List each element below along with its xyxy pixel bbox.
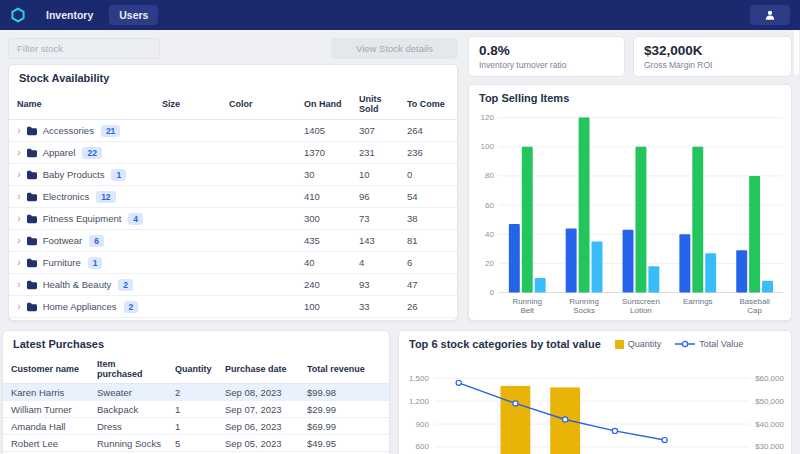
user-menu-button[interactable]	[750, 5, 790, 25]
purchase-date-cell: Sep 05, 2023	[219, 435, 301, 452]
bar-blue[interactable]	[623, 230, 634, 293]
expand-chevron-icon[interactable]: ›	[17, 169, 21, 180]
expand-chevron-icon[interactable]: ›	[17, 125, 21, 136]
bar-light-blue[interactable]	[762, 281, 773, 293]
folder-icon	[26, 148, 38, 158]
folder-icon	[26, 258, 38, 268]
name-cell: ›Apparel22	[9, 142, 156, 164]
bar-green[interactable]	[692, 147, 703, 293]
on-hand-cell: 40	[298, 252, 353, 274]
brand-logo-icon[interactable]	[10, 7, 26, 23]
top-selling-items-title: Top Selling Items	[469, 85, 791, 109]
stock-row-fitness-equipment[interactable]: ›Fitness Equipment43007338	[9, 208, 457, 230]
purchase-row[interactable]: Amanda HallDress1Sep 06, 2023$69.99	[3, 418, 389, 435]
x-category-label: Cap	[747, 306, 762, 315]
bar-light-blue[interactable]	[535, 278, 546, 293]
bar-green[interactable]	[749, 176, 760, 293]
to-come-cell: 264	[401, 120, 457, 142]
stock-row-accessories[interactable]: ›Accessories211405307264	[9, 120, 457, 142]
bar-light-blue[interactable]	[648, 266, 659, 292]
legend-label: Total Value	[699, 339, 743, 349]
quantity-swatch-icon	[615, 340, 624, 349]
user-icon	[764, 9, 776, 21]
on-hand-cell: 30	[298, 164, 353, 186]
filter-stock-input[interactable]	[8, 38, 160, 59]
nav-item-users[interactable]: Users	[109, 5, 158, 25]
view-stock-details-button[interactable]: View Stock details	[331, 38, 458, 59]
expand-chevron-icon[interactable]: ›	[17, 235, 21, 246]
on-hand-cell: 435	[298, 230, 353, 252]
kpi-value: $32,000K	[644, 43, 781, 58]
left-tick-label: 1,200	[409, 397, 429, 406]
chart-legend: QuantityTotal Value	[615, 339, 743, 349]
bar-green[interactable]	[579, 118, 590, 293]
stock-row-baby-products[interactable]: ›Baby Products130100	[9, 164, 457, 186]
name-cell: ›Home Appliances2	[9, 296, 156, 318]
purchase-customer-cell: Karen Harris	[3, 384, 91, 401]
stock-row-apparel[interactable]: ›Apparel221370231236	[9, 142, 457, 164]
purchase-row[interactable]: Karen HarrisSweater2Sep 08, 2023$99.98	[3, 384, 389, 401]
x-category-label: Running	[569, 297, 599, 306]
category-name: Accessories	[43, 125, 94, 136]
bar-green[interactable]	[522, 147, 533, 293]
folder-icon	[26, 236, 38, 246]
legend-label: Quantity	[628, 339, 662, 349]
expand-chevron-icon[interactable]: ›	[17, 147, 21, 158]
color-cell	[223, 120, 298, 142]
purchases-column-header: Total revenue	[301, 355, 389, 384]
category-name: Apparel	[43, 147, 76, 158]
bar-blue[interactable]	[736, 250, 747, 292]
line-marker	[662, 437, 667, 442]
stock-row-health-beauty[interactable]: ›Health & Beauty22409347	[9, 274, 457, 296]
nav-item-inventory[interactable]: Inventory	[36, 5, 103, 25]
stock-row-footwear[interactable]: ›Footwear643514381	[9, 230, 457, 252]
expand-chevron-icon[interactable]: ›	[17, 279, 21, 290]
units-sold-cell: 4	[353, 252, 401, 274]
units-sold-cell: 307	[353, 120, 401, 142]
expand-chevron-icon[interactable]: ›	[17, 213, 21, 224]
count-badge: 22	[82, 147, 101, 159]
right-tick-label: $40,000	[755, 420, 784, 429]
quantity-bar[interactable]	[500, 386, 530, 454]
purchase-revenue-cell: $99.98	[301, 384, 389, 401]
count-badge: 6	[89, 235, 104, 247]
bar-green[interactable]	[635, 147, 646, 293]
y-tick-label: 0	[489, 288, 494, 297]
name-cell: ›Electronics12	[9, 186, 156, 208]
stock-column-header: To Come	[401, 89, 457, 120]
kpi-gross-margin-roi: $32,000K Gross Margin ROI	[633, 36, 792, 77]
kpi-label: Inventory turnover ratio	[479, 60, 614, 70]
stock-row-electronics[interactable]: ›Electronics124109654	[9, 186, 457, 208]
category-name: Fitness Equipment	[43, 213, 122, 224]
x-category-label: Sunscreen	[622, 297, 660, 306]
stock-column-header: Size	[156, 89, 223, 120]
bar-blue[interactable]	[679, 234, 690, 292]
purchase-row[interactable]: William TurnerBackpack1Sep 07, 2023$29.9…	[3, 401, 389, 418]
purchase-row[interactable]: Robert LeeRunning Socks5Sep 05, 2023$49.…	[3, 435, 389, 452]
bar-light-blue[interactable]	[705, 253, 716, 292]
expand-chevron-icon[interactable]: ›	[17, 191, 21, 202]
units-sold-cell: 73	[353, 208, 401, 230]
color-cell	[223, 296, 298, 318]
name-cell: ›Baby Products1	[9, 164, 156, 186]
category-name: Footwear	[43, 235, 83, 246]
stock-column-header: Color	[223, 89, 298, 120]
bar-blue[interactable]	[566, 228, 577, 292]
stock-row-home-appliances[interactable]: ›Home Appliances21003326	[9, 296, 457, 318]
bar-blue[interactable]	[509, 224, 520, 293]
expand-chevron-icon[interactable]: ›	[17, 301, 21, 312]
to-come-cell: 46	[401, 318, 457, 322]
on-hand-cell: 1370	[298, 142, 353, 164]
expand-chevron-icon[interactable]: ›	[17, 257, 21, 268]
latest-purchases-title: Latest Purchases	[3, 331, 389, 355]
legend-item[interactable]: Quantity	[615, 339, 662, 349]
stock-row-home-goods[interactable]: ›Home Goods22003646	[9, 318, 457, 322]
size-cell	[156, 252, 223, 274]
stock-row-furniture[interactable]: ›Furniture14046	[9, 252, 457, 274]
bar-light-blue[interactable]	[592, 242, 603, 293]
size-cell	[156, 208, 223, 230]
purchase-customer-cell: William Turner	[3, 401, 91, 418]
purchases-column-header: Customer name	[3, 355, 91, 384]
legend-item[interactable]: Total Value	[675, 339, 743, 349]
size-cell	[156, 142, 223, 164]
